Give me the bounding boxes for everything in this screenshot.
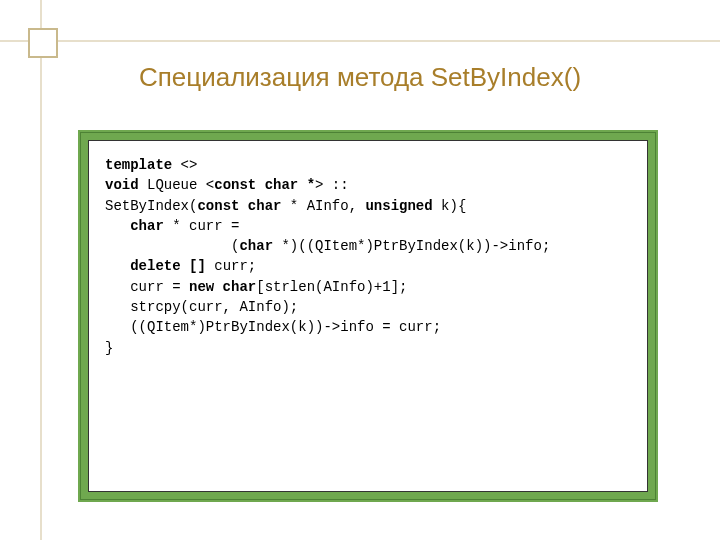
code-frame: template <> void LQueue <const char *> :… — [78, 130, 658, 502]
code-text: template <> void LQueue <const char *> :… — [105, 155, 631, 358]
slide-title: Специализация метода SetByIndex() — [0, 62, 720, 93]
code-block: template <> void LQueue <const char *> :… — [88, 140, 648, 492]
